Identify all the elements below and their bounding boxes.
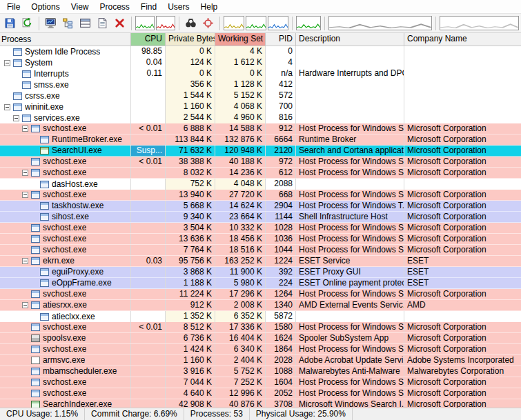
cpu-cell [131,134,166,145]
process-row[interactable]: mbamscheduler.exe3 916 K5 752 K1088Malwa… [0,366,521,377]
gpu-graph[interactable] [440,16,519,30]
process-row[interactable]: System Idle Process98.850 K4 K0 [0,46,521,57]
process-row[interactable]: svchost.exe< 0.018 512 K17 336 K1580Host… [0,322,521,333]
process-row[interactable]: csrss.exe1 544 K5 152 K572 [0,90,521,101]
column-header-co[interactable]: Company Name [404,33,521,46]
cpu-cell [131,399,166,408]
column-header-name[interactable]: Process [0,33,131,46]
process-name: wininit.exe [25,102,63,112]
io-graph[interactable] [268,16,288,30]
cpu-history-graph[interactable] [156,16,175,30]
menu-users[interactable]: Users [162,1,195,12]
process-name-cell: svchost.exe [0,322,131,332]
tree-collapse-icon[interactable] [22,192,28,198]
process-row[interactable]: svchost.exe4 640 K12 996 K2052Host Proce… [0,388,521,399]
cpu-cell [131,289,166,299]
pid-cell: 1340 [266,300,296,310]
column-header-cpu[interactable]: CPU [131,33,166,46]
company-name-cell: ESET [404,256,521,266]
process-row[interactable]: spoolsv.exe6 736 K16 404 K1624Spooler Su… [0,333,521,344]
menu-find[interactable]: Find [135,1,162,12]
app-window-icon [13,59,22,67]
tree-collapse-icon[interactable] [22,126,28,132]
view-dlls-button[interactable] [95,16,110,31]
description-cell: Runtime Broker [296,134,404,145]
process-row[interactable]: svchost.exe< 0.0138 388 K40 188 K972Host… [0,157,521,168]
column-header-pid[interactable]: PID [266,33,296,46]
show-process-tree-button[interactable] [60,16,76,31]
process-row[interactable]: ekrn.exe0.0395 756 K163 252 K1224ESET Se… [0,256,521,267]
column-header-pb[interactable]: Private Bytes [166,33,215,46]
tree-collapse-icon[interactable] [22,258,28,264]
private-bytes-cell: 9 340 K [166,212,215,222]
commit-graph[interactable] [224,16,244,30]
tree-collapse-icon[interactable] [4,60,10,66]
process-row[interactable]: System0.04124 K1 612 K4 [0,57,521,68]
pid-cell: 2028 [266,355,296,366]
process-row[interactable]: Interrupts0.110 K0 Kn/aHardware Interrup… [0,68,521,79]
process-row[interactable]: services.exe2 544 K4 960 K816 [0,112,521,123]
process-row[interactable]: wininit.exe1 160 K4 068 K700 [0,101,521,112]
save-button[interactable] [2,16,18,31]
cpu-cell [131,101,166,112]
menu-view[interactable]: View [66,1,95,12]
process-row[interactable]: svchost.exe13 940 K27 720 K668Host Proce… [0,190,521,201]
menu-file[interactable]: File [1,1,26,12]
tree-collapse-icon[interactable] [4,104,10,110]
network-graph[interactable] [296,16,321,30]
process-name-cell: svchost.exe [0,168,131,178]
physical-memory-graph[interactable] [246,16,266,30]
process-row[interactable]: taskhostw.exe5 668 K14 624 K2904Host Pro… [0,201,521,212]
process-row[interactable]: svchost.exe1 424 K6 340 K1864Host Proces… [0,344,521,355]
menu-options[interactable]: Options [26,1,65,12]
process-row[interactable]: eguiProxy.exe3 868 K11 900 K392ESET Prox… [0,267,521,278]
system-information-button[interactable] [43,16,59,31]
menu-process[interactable]: Process [95,1,135,12]
process-row[interactable]: eOppFrame.exe1 188 K5 980 K224ESET Onlin… [0,278,521,289]
process-name: Interrupts [34,69,69,79]
pid-cell: 6664 [266,134,296,145]
tree-collapse-icon[interactable] [22,302,28,308]
find-window-process-button[interactable] [200,16,216,31]
process-row[interactable]: SearchIndexer.exe42 908 K40 876 K3708Mic… [0,399,521,408]
printer-icon [31,334,40,342]
process-row[interactable]: svchost.exe< 0.016 888 K14 588 K912Host … [0,123,521,134]
process-row[interactable]: RuntimeBroker.exe113 844 K132 876 K6664R… [0,134,521,146]
tree-collapse-icon[interactable] [22,170,28,176]
kill-process-button[interactable] [112,16,128,31]
process-row[interactable]: svchost.exe7 044 K7 252 K1604Host Proces… [0,377,521,388]
process-row[interactable]: smss.exe356 K1 128 K412 [0,79,521,90]
process-row[interactable]: armsvc.exe1 160 K2 404 K2028Adobe Acroba… [0,355,521,366]
find-handle-or-dll-button[interactable] [183,16,199,31]
menu-help[interactable]: Help [195,1,224,12]
process-row[interactable]: svchost.exe8 032 K14 236 K612Host Proces… [0,168,521,179]
cpu-cell [131,300,166,310]
working-set-cell: 1 128 K [215,79,266,90]
process-name: eOppFrame.exe [52,278,112,288]
process-row[interactable]: dasHost.exe752 K4 048 K2088 [0,179,521,190]
process-row[interactable]: svchost.exe7 764 K18 516 K1044Host Proce… [0,245,521,256]
working-set-cell: 12 996 K [215,388,266,399]
process-row[interactable]: svchost.exe11 224 K17 296 K1264Host Proc… [0,289,521,300]
process-row[interactable]: sihost.exe9 340 K23 664 K1144Shell Infra… [0,212,521,223]
working-set-cell: 16 404 K [215,333,266,343]
tree-collapse-icon[interactable] [13,115,19,121]
process-row[interactable]: atiesrxx.exe912 K2 008 K1340AMD External… [0,300,521,311]
cpu-usage-graph[interactable] [135,16,155,30]
company-name-cell: Microsoft Corporation [404,146,521,156]
show-lower-pane-button[interactable] [77,16,93,31]
process-row[interactable]: atieclxx.exe1 352 K6 352 K5872 [0,311,521,322]
column-header-ws[interactable]: Working Set [215,33,266,46]
refresh-button[interactable] [19,16,35,31]
toolbar-separator [435,17,436,30]
company-name-cell: Microsoft Corporation [404,399,521,408]
disk-graph[interactable] [328,16,432,30]
process-row[interactable]: SearchUI.exeSusp...71 632 K120 948 K2120… [0,146,521,157]
red-x-icon [114,17,126,29]
company-name-cell: AMD [404,300,521,310]
process-row[interactable]: svchost.exe3 504 K10 332 K1028Host Proce… [0,223,521,234]
process-row[interactable]: svchost.exe13 636 K18 456 K1036Host Proc… [0,234,521,245]
pid-cell: 1604 [266,377,296,388]
column-header-desc[interactable]: Description [296,33,404,46]
working-set-cell: 23 664 K [215,212,266,222]
